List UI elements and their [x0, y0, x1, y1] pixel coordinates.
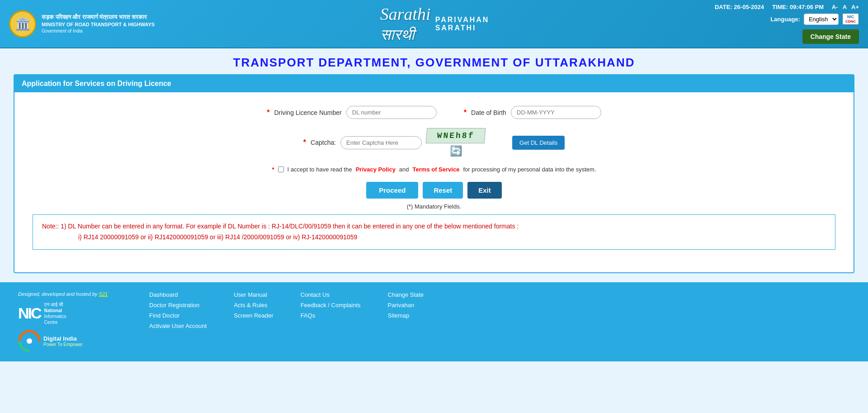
footer-link-faqs[interactable]: FAQs: [301, 312, 361, 319]
footer-link-parivahan[interactable]: Parivahan: [388, 302, 424, 309]
terms-before-text: I accept to have read the: [288, 166, 352, 173]
svg-point-1: [27, 338, 32, 344]
get-dl-button[interactable]: Get DL Details: [512, 136, 565, 150]
header-right-panel: DATE: 26-05-2024 TIME: 09:47:06 PM A- A …: [715, 4, 859, 44]
designed-by-text: Designed, developed and hosted by S21: [18, 291, 131, 297]
sarathi-script: Sarathiसारथी: [380, 4, 431, 44]
mandatory-note: (*) Mandatory Fields.: [33, 203, 835, 210]
footer-left: Designed, developed and hosted by S21 NI…: [18, 291, 131, 352]
footer-link-find-doctor[interactable]: Find Doctor: [149, 312, 207, 319]
note-box: Note:: 1) DL Number can be entered in an…: [33, 214, 835, 250]
footer-link-feedback[interactable]: Feedback / Complaints: [301, 302, 361, 309]
dl-dob-row: * Driving Licence Number * Date of Birth: [33, 106, 835, 119]
get-dl-group: Get DL Details: [512, 136, 565, 150]
footer-link-screen-reader[interactable]: Screen Reader: [234, 312, 273, 319]
dob-label: Date of Birth: [471, 109, 506, 116]
dob-group: * Date of Birth: [464, 106, 601, 119]
dl-number-group: * Driving Licence Number: [267, 106, 437, 119]
ministry-text: सड़क परिवहन और राजमार्ग मंत्रालय भारत सर…: [42, 13, 155, 35]
dl-label: Driving Licence Number: [274, 109, 341, 116]
footer-col-4: Change State Parivahan Sitemap: [388, 291, 424, 329]
change-state-button[interactable]: Change State: [802, 29, 859, 44]
footer-links: Dashboard Doctor Registration Find Docto…: [149, 291, 850, 329]
note-formats: i) RJ14 20000091059 or ii) RJ14200000910…: [78, 233, 357, 241]
nic-letters: NIC एन आई सी National Informatics Centre: [18, 301, 66, 325]
footer-col-3: Contact Us Feedback / Complaints FAQs: [301, 291, 361, 329]
ministry-info: 🏛️ सड़क परिवहन और राजमार्ग मंत्रालय भारत…: [9, 10, 155, 38]
font-a-minus[interactable]: A-: [832, 4, 838, 10]
privacy-policy-link[interactable]: Privacy Policy: [356, 166, 396, 173]
reset-button[interactable]: Reset: [423, 182, 463, 199]
footer-link-dashboard[interactable]: Dashboard: [149, 291, 207, 298]
parivahan-label: PARIVAHAN: [435, 16, 490, 24]
footer-link-sitemap[interactable]: Sitemap: [388, 312, 424, 319]
refresh-captcha-icon[interactable]: 🔄: [450, 145, 462, 157]
footer-link-acts-rules[interactable]: Acts & Rules: [234, 302, 273, 309]
footer-col-2: User Manual Acts & Rules Screen Reader: [234, 291, 273, 329]
dob-input[interactable]: [511, 106, 601, 119]
dl-number-input[interactable]: [346, 106, 437, 119]
main-form-area: Application for Services on Driving Lice…: [14, 74, 854, 273]
captcha-input[interactable]: [340, 136, 422, 149]
datetime-display: DATE: 26-05-2024 TIME: 09:47:06 PM A- A …: [715, 4, 859, 10]
language-select[interactable]: English हिंदी: [804, 14, 839, 25]
footer: Designed, developed and hosted by S21 NI…: [0, 282, 868, 361]
captcha-image: WNEh8f: [426, 128, 486, 143]
note-heading: Note::: [42, 223, 59, 230]
digital-india-text: Digital India Power To Empower: [43, 335, 83, 347]
terms-checkbox[interactable]: [278, 166, 284, 172]
time-label: TIME: 09:47:06 PM: [772, 4, 824, 10]
exit-button[interactable]: Exit: [467, 182, 502, 199]
captcha-group: * Captcha: WNEh8f 🔄: [303, 128, 485, 157]
proceed-button[interactable]: Proceed: [366, 182, 418, 199]
language-selector-row: Language: English हिंदी NICCDNC: [770, 13, 859, 25]
font-a-normal[interactable]: A: [843, 4, 847, 10]
footer-link-activate-user[interactable]: Activate User Account: [149, 323, 207, 329]
sarathi-logo: Sarathiसारथी PARIVAHAN SARATHI: [155, 4, 715, 44]
form-header: Application for Services on Driving Lice…: [14, 75, 854, 92]
cdac-badge: NICCDNC: [842, 13, 859, 25]
terms-row: * I accept to have read the Privacy Poli…: [33, 166, 835, 173]
captcha-section: * Captcha: WNEh8f 🔄 Get DL Details: [33, 128, 835, 157]
footer-col-1: Dashboard Doctor Registration Find Docto…: [149, 291, 207, 329]
footer-link-doctor-registration[interactable]: Doctor Registration: [149, 302, 207, 309]
footer-link-user-manual[interactable]: User Manual: [234, 291, 273, 298]
footer-link-contact-us[interactable]: Contact Us: [301, 291, 361, 298]
sarathi-label: SARATHI: [435, 24, 490, 32]
terms-of-service-link[interactable]: Terms of Service: [413, 166, 460, 173]
note-text: 1) DL Number can be entered in any forma…: [61, 223, 519, 230]
terms-and-text: and: [399, 166, 409, 173]
form-body: * Driving Licence Number * Date of Birth…: [14, 92, 854, 272]
s21-link[interactable]: S21: [99, 291, 108, 297]
action-buttons-row: Proceed Reset Exit: [33, 182, 835, 199]
captcha-label: Captcha:: [311, 139, 336, 146]
nic-logo: NIC एन आई सी National Informatics Centre: [18, 301, 131, 325]
digital-india-logo: Digital India Power To Empower: [18, 330, 131, 352]
page-title-bar: TRANSPORT DEPARTMENT, GOVERNMENT OF UTTA…: [0, 48, 868, 74]
digital-india-icon: [18, 330, 41, 352]
page-title: TRANSPORT DEPARTMENT, GOVERNMENT OF UTTA…: [0, 56, 868, 70]
date-label: DATE: 26-05-2024: [715, 4, 764, 10]
font-a-plus[interactable]: A+: [851, 4, 859, 10]
terms-after-text: for processing of my personal data into …: [463, 166, 596, 173]
emblem-icon: 🏛️: [9, 10, 36, 38]
footer-link-change-state[interactable]: Change State: [388, 291, 424, 298]
